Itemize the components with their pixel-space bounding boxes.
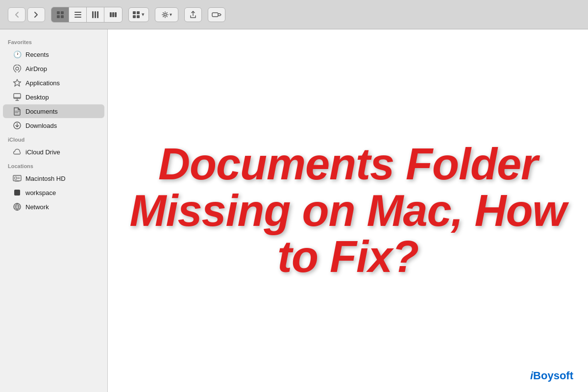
view-columns-button[interactable] <box>87 7 104 22</box>
sidebar-item-downloads[interactable]: Downloads <box>3 119 104 132</box>
sidebar-item-icloud-drive-label: iCloud Drive <box>25 148 60 156</box>
sidebar-item-documents[interactable]: Documents <box>3 104 104 118</box>
network-icon <box>13 202 22 211</box>
desktop-icon <box>13 93 22 101</box>
sidebar-item-airdrop-label: AirDrop <box>25 65 47 73</box>
view-list-button[interactable] <box>69 7 87 22</box>
macintosh-hd-icon <box>13 174 22 183</box>
icloud-drive-icon <box>13 147 22 156</box>
toolbar: ▾ ▾ <box>0 0 588 29</box>
view-options-dropdown[interactable]: ▾ <box>128 7 149 22</box>
main-content: Favorites Recents AirDrop <box>0 29 588 392</box>
brand-logo: iBoysoft <box>530 369 573 382</box>
dropdown-arrow-icon: ▾ <box>142 11 145 18</box>
forward-button[interactable] <box>27 7 45 22</box>
svg-rect-9 <box>15 177 17 179</box>
back-button[interactable] <box>8 7 25 22</box>
sidebar-item-desktop-label: Desktop <box>25 94 49 101</box>
sidebar-item-recents[interactable]: Recents <box>3 48 104 61</box>
svg-point-2 <box>16 67 19 70</box>
sidebar-icloud-header: iCloud <box>0 133 107 145</box>
brand-rest: Boysoft <box>533 369 573 382</box>
airdrop-icon <box>13 64 22 73</box>
view-gallery-button[interactable] <box>104 7 122 22</box>
sidebar: Favorites Recents AirDrop <box>0 29 108 392</box>
gear-button[interactable]: ▾ <box>155 7 178 22</box>
sidebar-item-documents-label: Documents <box>25 108 58 115</box>
sidebar-item-icloud-drive[interactable]: iCloud Drive <box>3 145 104 159</box>
sidebar-item-workspace-label: workspace <box>25 189 56 196</box>
main-headline: Documents Folder Missing on Mac, How to … <box>108 131 588 290</box>
sidebar-item-desktop[interactable]: Desktop <box>3 90 104 104</box>
share-button[interactable] <box>184 7 202 22</box>
documents-icon <box>13 107 22 116</box>
applications-icon <box>13 78 22 87</box>
sidebar-item-downloads-label: Downloads <box>25 122 57 129</box>
sidebar-item-macintosh-hd-label: Macintosh HD <box>25 175 66 182</box>
svg-rect-14 <box>14 190 20 196</box>
sidebar-favorites-header: Favorites <box>0 35 107 47</box>
sidebar-item-workspace[interactable]: workspace <box>3 186 104 199</box>
sidebar-item-applications-label: Applications <box>25 79 60 87</box>
svg-rect-8 <box>13 175 21 181</box>
overlay-text: Documents Folder Missing on Mac, How to … <box>108 29 588 392</box>
svg-point-0 <box>164 13 166 16</box>
nav-buttons <box>8 7 45 22</box>
sidebar-item-recents-label: Recents <box>25 51 49 58</box>
content-pane: Documents Folder Missing on Mac, How to … <box>108 29 588 392</box>
view-grid-button[interactable] <box>51 7 69 22</box>
sidebar-item-airdrop[interactable]: AirDrop <box>3 62 104 75</box>
downloads-icon <box>13 121 22 130</box>
tag-button[interactable] <box>208 7 225 22</box>
sidebar-locations-header: Locations <box>0 159 107 171</box>
view-toggle-group <box>51 7 122 23</box>
workspace-icon <box>13 188 22 197</box>
recent-icon <box>13 50 22 59</box>
gear-dropdown-arrow: ▾ <box>170 12 172 17</box>
sidebar-item-network[interactable]: Network <box>3 200 104 214</box>
sidebar-item-network-label: Network <box>25 203 49 211</box>
sidebar-item-applications[interactable]: Applications <box>3 76 104 90</box>
sidebar-item-macintosh-hd[interactable]: Macintosh HD <box>3 172 104 185</box>
svg-rect-1 <box>212 13 218 17</box>
